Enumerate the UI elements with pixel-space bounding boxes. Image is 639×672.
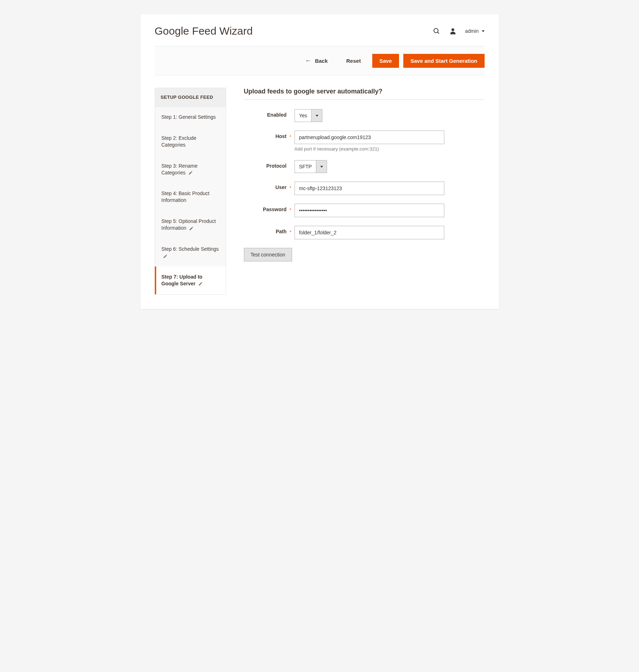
host-input[interactable]: [295, 131, 444, 144]
admin-label: admin: [465, 28, 479, 34]
row-host: Host * Add port if necessary (example.co…: [244, 131, 485, 152]
sidebar-item-step-2[interactable]: Step 2: Exclude Categories: [155, 128, 226, 156]
sidebar-item-step-4[interactable]: Step 4: Basic Product Information: [155, 183, 226, 211]
svg-line-1: [438, 32, 439, 34]
back-button[interactable]: ← Back: [298, 54, 335, 68]
arrow-left-icon: ←: [305, 57, 311, 64]
row-enabled: Enabled Yes: [244, 109, 485, 122]
chevron-down-icon: [316, 161, 327, 173]
host-hint: Add port if necessary (example.com:321): [295, 146, 444, 152]
save-button[interactable]: Save: [372, 54, 399, 68]
sidebar-item-label: Step 6: Schedule Settings: [162, 246, 219, 252]
row-password: Password *: [244, 204, 485, 217]
sidebar-items: Step 1: General SettingsStep 2: Exclude …: [155, 107, 226, 294]
password-input[interactable]: [295, 204, 444, 217]
svg-point-0: [434, 29, 438, 33]
row-protocol: Protocol SFTP: [244, 160, 485, 173]
required-star: *: [287, 226, 295, 235]
sidebar-item-label: Step 7: Upload to Google Server: [162, 274, 203, 286]
sidebar-item-step-1[interactable]: Step 1: General Settings: [155, 107, 226, 128]
section-title: Upload feeds to google server automatica…: [244, 88, 485, 100]
sidebar-item-label: Step 5: Optional Product Information: [162, 218, 216, 231]
sidebar-header: SETUP GOOGLE FEED: [155, 88, 226, 107]
row-test: Test connection: [244, 248, 485, 261]
sidebar: SETUP GOOGLE FEED Step 1: General Settin…: [155, 88, 226, 295]
required-star: *: [287, 182, 295, 190]
sidebar-item-label: Step 1: General Settings: [162, 114, 216, 120]
reset-button[interactable]: Reset: [339, 54, 368, 68]
sidebar-item-step-5[interactable]: Step 5: Optional Product Information: [155, 211, 226, 239]
path-input[interactable]: [295, 226, 444, 239]
pencil-icon: [163, 254, 168, 259]
chevron-down-icon: [482, 30, 485, 32]
search-icon[interactable]: [432, 27, 441, 35]
sidebar-item-step-7[interactable]: Step 7: Upload to Google Server: [155, 266, 226, 294]
main-panel: Upload feeds to google server automatica…: [244, 88, 485, 295]
page-card: Google Feed Wizard admin ←: [140, 14, 499, 309]
label-password: Password: [244, 204, 287, 212]
sidebar-item-step-6[interactable]: Step 6: Schedule Settings: [155, 239, 226, 266]
pencil-icon: [188, 170, 193, 175]
user-icon[interactable]: [449, 27, 457, 35]
sidebar-item-label: Step 4: Basic Product Information: [162, 190, 210, 203]
content: SETUP GOOGLE FEED Step 1: General Settin…: [155, 75, 485, 295]
sidebar-item-label: Step 2: Exclude Categories: [162, 135, 196, 148]
label-path: Path: [244, 226, 287, 234]
pencil-icon: [189, 226, 194, 231]
sidebar-item-step-3[interactable]: Step 3: Rename Categories: [155, 156, 226, 183]
header-actions: admin: [432, 27, 484, 35]
enabled-select[interactable]: Yes: [295, 109, 323, 122]
user-input[interactable]: [295, 182, 444, 195]
admin-dropdown[interactable]: admin: [465, 28, 484, 34]
label-enabled: Enabled: [244, 109, 287, 118]
required-star: *: [287, 131, 295, 139]
label-host: Host: [244, 131, 287, 139]
svg-point-2: [452, 28, 455, 31]
row-user: User *: [244, 182, 485, 195]
chevron-down-icon: [311, 110, 322, 122]
label-user: User: [244, 182, 287, 190]
protocol-select[interactable]: SFTP: [295, 160, 327, 173]
label-protocol: Protocol: [244, 160, 287, 169]
page-title: Google Feed Wizard: [155, 25, 253, 37]
page-header: Google Feed Wizard admin: [155, 25, 485, 46]
row-path: Path *: [244, 226, 485, 239]
save-start-button[interactable]: Save and Start Generation: [403, 54, 485, 68]
pencil-icon: [198, 281, 203, 286]
test-connection-button[interactable]: Test connection: [244, 248, 292, 261]
action-bar: ← Back Reset Save Save and Start Generat…: [155, 46, 485, 75]
required-star: *: [287, 204, 295, 213]
